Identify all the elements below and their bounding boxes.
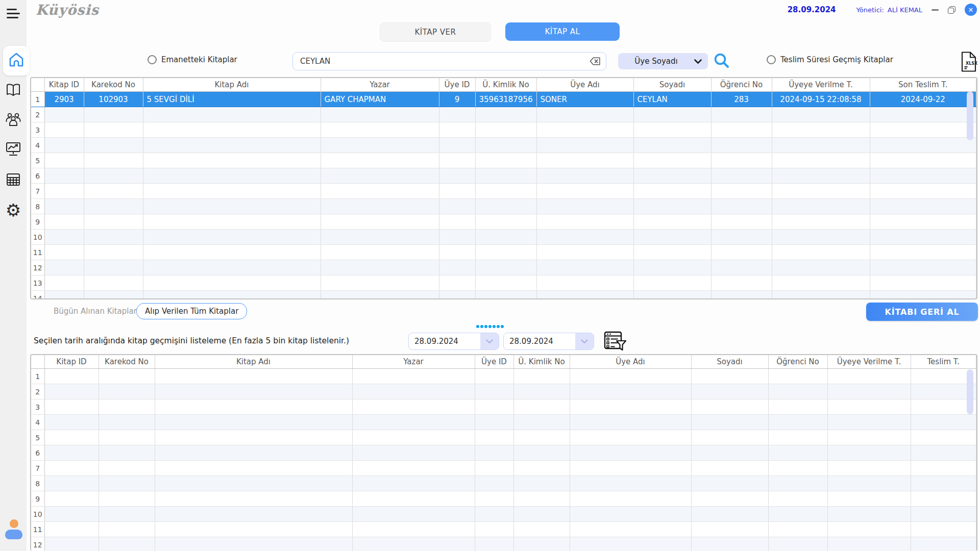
table-row[interactable]: 3 (31, 399, 976, 415)
table-row[interactable]: 7 (31, 461, 976, 476)
table-cell (155, 415, 352, 430)
tab-kitap-ver[interactable]: KİTAP VER (380, 22, 491, 42)
table-row[interactable]: 11 (31, 522, 976, 537)
column-header[interactable]: Ü. Kimlik No (513, 355, 570, 369)
close-icon[interactable]: ✕ (965, 4, 977, 16)
admin-name: ALİ KEMAL (888, 6, 922, 14)
return-book-button[interactable]: KİTABI GERİ AL (866, 303, 978, 321)
scrollbar-thumb[interactable] (967, 91, 973, 140)
scrollbar-thumb[interactable] (967, 369, 973, 414)
table-cell (155, 369, 352, 384)
sidebar-item-members[interactable] (0, 108, 27, 133)
table-cell (570, 491, 691, 507)
table-row[interactable]: 8 (31, 476, 976, 491)
table-row[interactable]: 1 (31, 369, 976, 384)
column-header[interactable]: Soyadı (633, 78, 711, 92)
search-category-select[interactable]: Üye Soyadı (618, 53, 708, 69)
table-row[interactable]: 5 (31, 430, 976, 445)
history-label: Seçilen tarih aralığında kitap geçmişini… (34, 336, 349, 345)
loader-dots (476, 325, 504, 328)
column-header[interactable]: Üye Adı (536, 78, 633, 92)
table-row[interactable]: 6 (31, 168, 976, 184)
table-row[interactable]: 11 (31, 245, 976, 260)
column-header[interactable]: Öğrenci No (768, 355, 827, 369)
column-header[interactable]: Üyeye Verilme T. (772, 78, 870, 92)
hamburger-icon[interactable] (7, 9, 21, 20)
table-row[interactable]: 13 (31, 276, 976, 291)
column-header[interactable]: Kitap Adı (143, 78, 321, 92)
today-taken-link[interactable]: Bügün Alınan Kitaplar (54, 307, 137, 316)
table-cell (911, 415, 976, 430)
column-header[interactable]: Üyeye Verilme T. (827, 355, 911, 369)
column-header[interactable]: Karekod No (84, 78, 143, 92)
table-row[interactable]: 9 (31, 214, 976, 230)
column-header[interactable]: Yazar (321, 78, 439, 92)
column-header[interactable]: Üye ID (439, 78, 475, 92)
radio-circle[interactable] (148, 55, 157, 64)
table-row[interactable]: 2 (31, 107, 976, 122)
date-from-select[interactable]: 28.09.2024 (408, 333, 499, 350)
table-cell (870, 276, 976, 291)
search-input[interactable] (293, 57, 589, 66)
table-icon (5, 172, 21, 189)
sidebar-item-books[interactable] (0, 79, 27, 103)
table-row[interactable]: 10 (31, 507, 976, 522)
table-cell (870, 138, 976, 153)
user-avatar[interactable] (4, 519, 23, 541)
table-cell (475, 245, 536, 260)
table-row[interactable]: 12 (31, 260, 976, 276)
filter-report-icon[interactable] (603, 331, 627, 354)
restore-icon[interactable] (948, 6, 955, 14)
column-header[interactable]: Öğrenci No (711, 78, 772, 92)
table-cell (143, 276, 321, 291)
sidebar-item-settings[interactable]: ⚙ (0, 198, 27, 222)
radio-emanetteki-kitaplar[interactable]: Emanetteki Kitaplar (148, 55, 237, 64)
radio-circle[interactable] (767, 55, 776, 64)
admin-info: Yönetici: ALİ KEMAL (845, 5, 922, 15)
column-header[interactable]: Karekod No (99, 355, 155, 369)
column-header[interactable]: Soyadı (691, 355, 768, 369)
search-icon[interactable] (714, 53, 730, 71)
table-row[interactable]: 4 (31, 138, 976, 153)
clear-input-icon[interactable] (589, 57, 601, 66)
column-header[interactable]: Son Teslim T. (870, 78, 976, 92)
xlsx-export-icon[interactable]: XLSX (960, 51, 978, 74)
table-row[interactable]: 14 (31, 291, 976, 300)
row-number: 1 (31, 369, 44, 384)
sidebar-item-home[interactable] (3, 46, 30, 76)
table-row[interactable]: 8 (31, 199, 976, 214)
table-cell (84, 276, 143, 291)
minimize-icon[interactable] (932, 9, 939, 11)
table-row[interactable]: 2 (31, 384, 976, 399)
table-row[interactable]: 3 (31, 122, 976, 138)
table-cell (513, 430, 570, 445)
table-row[interactable]: 9 (31, 491, 976, 507)
table-row[interactable]: 10 (31, 230, 976, 245)
sidebar-item-table[interactable] (0, 168, 27, 193)
column-header[interactable]: Kitap ID (44, 78, 84, 92)
row-number: 12 (31, 260, 44, 276)
table-row[interactable]: 129031029035 SEVGİ DİLİGARY CHAPMAN93596… (31, 92, 976, 107)
column-header[interactable]: Üye Adı (570, 355, 691, 369)
radio-teslim-suresi-gecmis[interactable]: Teslim Süresi Geçmiş Kitaplar (767, 55, 893, 64)
table-cell (711, 199, 772, 214)
table-cell (439, 122, 475, 138)
table-row[interactable]: 12 (31, 537, 976, 551)
table-row[interactable]: 5 (31, 153, 976, 168)
table-cell (352, 369, 475, 384)
tab-kitap-al[interactable]: KİTAP AL (505, 22, 620, 41)
table-row[interactable]: 6 (31, 445, 976, 461)
table-row[interactable]: 4 (31, 415, 976, 430)
column-header[interactable]: Teslim T. (911, 355, 976, 369)
sidebar-item-stats[interactable] (0, 138, 27, 162)
table-cell (44, 122, 84, 138)
all-books-button[interactable]: Alıp Verilen Tüm Kitaplar (136, 303, 247, 319)
table-cell (536, 199, 633, 214)
column-header[interactable]: Kitap ID (44, 355, 99, 369)
column-header[interactable]: Kitap Adı (155, 355, 352, 369)
table-row[interactable]: 7 (31, 184, 976, 199)
column-header[interactable]: Üye ID (475, 355, 513, 369)
date-to-select[interactable]: 28.09.2024 (503, 333, 594, 350)
column-header[interactable]: Yazar (352, 355, 475, 369)
column-header[interactable]: Ü. Kimlik No (475, 78, 536, 92)
